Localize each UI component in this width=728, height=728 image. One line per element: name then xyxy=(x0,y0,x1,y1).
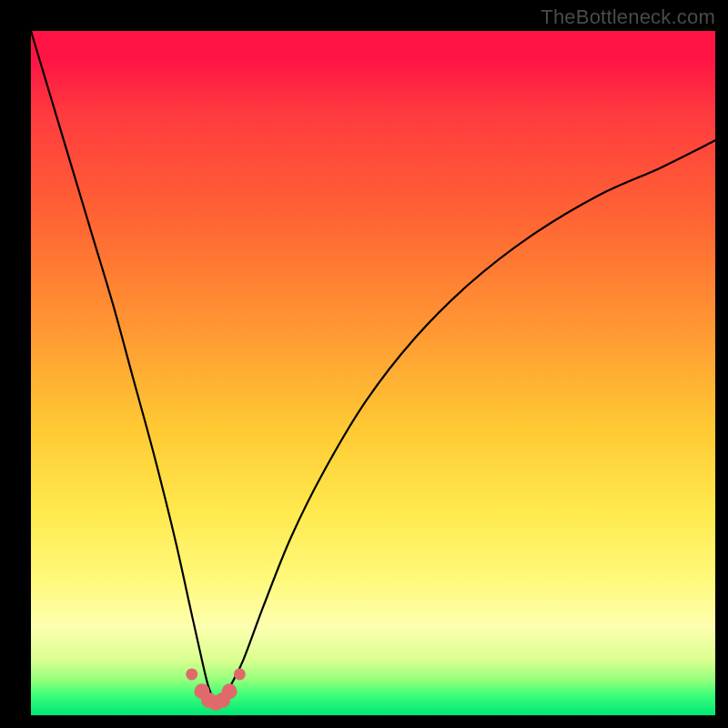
optimal-marker-dot xyxy=(222,683,238,699)
bottleneck-curve-path xyxy=(31,31,715,703)
watermark-text: TheBottleneck.com xyxy=(541,5,715,29)
plot-area xyxy=(31,31,715,715)
chart-frame: TheBottleneck.com xyxy=(0,0,728,728)
bottleneck-curve-svg xyxy=(31,31,715,715)
optimal-marker-dot xyxy=(186,668,197,680)
optimal-region-markers xyxy=(186,668,246,711)
optimal-marker-dot xyxy=(234,668,246,680)
